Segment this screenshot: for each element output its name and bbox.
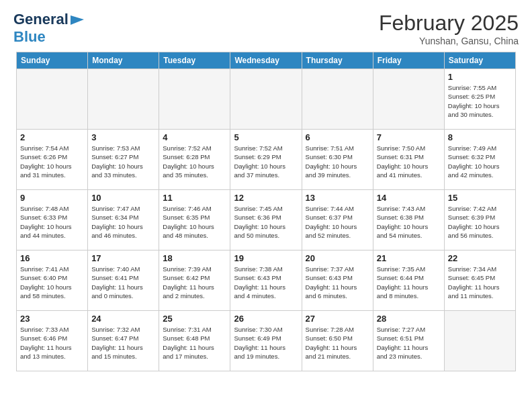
- empty-cell: [88, 69, 159, 130]
- day-info: Sunrise: 7:38 AM Sunset: 6:43 PM Dayligh…: [234, 265, 298, 300]
- day-header-monday: Monday: [88, 52, 159, 69]
- day-cell-16: 16Sunrise: 7:41 AM Sunset: 6:40 PM Dayli…: [17, 250, 88, 311]
- title-section: February 2025 Yunshan, Gansu, China: [379, 11, 519, 46]
- calendar-wrapper: SundayMondayTuesdayWednesdayThursdayFrid…: [0, 52, 532, 377]
- day-cell-11: 11Sunrise: 7:46 AM Sunset: 6:35 PM Dayli…: [159, 190, 230, 250]
- day-cell-9: 9Sunrise: 7:48 AM Sunset: 6:33 PM Daylig…: [17, 190, 88, 250]
- week-row-4: 16Sunrise: 7:41 AM Sunset: 6:40 PM Dayli…: [17, 250, 516, 311]
- day-cell-20: 20Sunrise: 7:37 AM Sunset: 6:43 PM Dayli…: [302, 250, 373, 311]
- day-number: 25: [163, 314, 226, 324]
- day-number: 27: [306, 314, 369, 324]
- day-number: 18: [163, 253, 226, 263]
- day-number: 12: [234, 193, 298, 203]
- day-number: 8: [448, 132, 512, 142]
- day-number: 20: [306, 253, 369, 263]
- day-number: 19: [234, 253, 298, 263]
- day-info: Sunrise: 7:32 AM Sunset: 6:47 PM Dayligh…: [91, 325, 155, 361]
- location: Yunshan, Gansu, China: [379, 36, 519, 46]
- day-cell-13: 13Sunrise: 7:44 AM Sunset: 6:37 PM Dayli…: [302, 190, 373, 250]
- day-header-saturday: Saturday: [444, 52, 515, 69]
- day-number: 14: [377, 193, 441, 203]
- day-info: Sunrise: 7:31 AM Sunset: 6:48 PM Dayligh…: [163, 325, 226, 361]
- day-number: 16: [20, 253, 84, 263]
- day-cell-28: 28Sunrise: 7:27 AM Sunset: 6:51 PM Dayli…: [373, 311, 444, 371]
- day-number: 9: [20, 193, 84, 203]
- day-info: Sunrise: 7:46 AM Sunset: 6:35 PM Dayligh…: [163, 204, 226, 240]
- day-cell-5: 5Sunrise: 7:52 AM Sunset: 6:29 PM Daylig…: [230, 130, 302, 190]
- week-row-2: 2Sunrise: 7:54 AM Sunset: 6:26 PM Daylig…: [17, 130, 516, 190]
- empty-cell: [159, 69, 230, 130]
- day-info: Sunrise: 7:34 AM Sunset: 6:45 PM Dayligh…: [448, 265, 512, 300]
- empty-cell: [444, 311, 515, 371]
- day-header-sunday: Sunday: [17, 52, 88, 69]
- logo-blue-text: Blue: [13, 28, 46, 45]
- day-info: Sunrise: 7:28 AM Sunset: 6:50 PM Dayligh…: [306, 325, 369, 361]
- day-number: 11: [163, 193, 226, 203]
- day-info: Sunrise: 7:42 AM Sunset: 6:39 PM Dayligh…: [448, 204, 512, 240]
- day-cell-25: 25Sunrise: 7:31 AM Sunset: 6:48 PM Dayli…: [159, 311, 230, 371]
- day-info: Sunrise: 7:51 AM Sunset: 6:30 PM Dayligh…: [306, 144, 369, 179]
- day-number: 26: [234, 314, 298, 324]
- day-header-tuesday: Tuesday: [159, 52, 230, 69]
- day-info: Sunrise: 7:33 AM Sunset: 6:46 PM Dayligh…: [20, 325, 84, 361]
- day-number: 28: [377, 314, 441, 324]
- day-cell-22: 22Sunrise: 7:34 AM Sunset: 6:45 PM Dayli…: [444, 250, 515, 311]
- logo-general-text: General: [13, 11, 69, 28]
- day-info: Sunrise: 7:52 AM Sunset: 6:29 PM Dayligh…: [234, 144, 298, 179]
- day-info: Sunrise: 7:48 AM Sunset: 6:33 PM Dayligh…: [20, 204, 84, 240]
- day-number: 5: [234, 132, 298, 142]
- day-cell-17: 17Sunrise: 7:40 AM Sunset: 6:41 PM Dayli…: [88, 250, 159, 311]
- empty-cell: [302, 69, 373, 130]
- day-info: Sunrise: 7:37 AM Sunset: 6:43 PM Dayligh…: [306, 265, 369, 300]
- empty-cell: [17, 69, 88, 130]
- day-header-thursday: Thursday: [302, 52, 373, 69]
- svg-marker-0: [71, 15, 84, 25]
- day-cell-12: 12Sunrise: 7:45 AM Sunset: 6:36 PM Dayli…: [230, 190, 302, 250]
- day-info: Sunrise: 7:40 AM Sunset: 6:41 PM Dayligh…: [91, 265, 155, 300]
- day-cell-23: 23Sunrise: 7:33 AM Sunset: 6:46 PM Dayli…: [17, 311, 88, 371]
- day-number: 24: [91, 314, 155, 324]
- day-cell-14: 14Sunrise: 7:43 AM Sunset: 6:38 PM Dayli…: [373, 190, 444, 250]
- day-number: 22: [448, 253, 512, 263]
- day-header-wednesday: Wednesday: [230, 52, 302, 69]
- day-info: Sunrise: 7:35 AM Sunset: 6:44 PM Dayligh…: [377, 265, 441, 300]
- day-info: Sunrise: 7:44 AM Sunset: 6:37 PM Dayligh…: [306, 204, 369, 240]
- day-info: Sunrise: 7:53 AM Sunset: 6:27 PM Dayligh…: [91, 144, 155, 179]
- day-number: 23: [20, 314, 84, 324]
- day-number: 10: [91, 193, 155, 203]
- day-info: Sunrise: 7:43 AM Sunset: 6:38 PM Dayligh…: [377, 204, 441, 240]
- day-cell-1: 1Sunrise: 7:55 AM Sunset: 6:25 PM Daylig…: [444, 69, 515, 130]
- day-info: Sunrise: 7:30 AM Sunset: 6:49 PM Dayligh…: [234, 325, 298, 361]
- day-cell-2: 2Sunrise: 7:54 AM Sunset: 6:26 PM Daylig…: [17, 130, 88, 190]
- day-number: 6: [306, 132, 369, 142]
- week-row-1: 1Sunrise: 7:55 AM Sunset: 6:25 PM Daylig…: [17, 69, 516, 130]
- day-info: Sunrise: 7:47 AM Sunset: 6:34 PM Dayligh…: [91, 204, 155, 240]
- day-cell-3: 3Sunrise: 7:53 AM Sunset: 6:27 PM Daylig…: [88, 130, 159, 190]
- day-cell-21: 21Sunrise: 7:35 AM Sunset: 6:44 PM Dayli…: [373, 250, 444, 311]
- day-info: Sunrise: 7:52 AM Sunset: 6:28 PM Dayligh…: [163, 144, 226, 179]
- day-number: 15: [448, 193, 512, 203]
- day-cell-27: 27Sunrise: 7:28 AM Sunset: 6:50 PM Dayli…: [302, 311, 373, 371]
- page-header: General Blue February 2025 Yunshan, Gans…: [0, 0, 532, 52]
- day-cell-7: 7Sunrise: 7:50 AM Sunset: 6:31 PM Daylig…: [373, 130, 444, 190]
- day-header-friday: Friday: [373, 52, 444, 69]
- day-info: Sunrise: 7:49 AM Sunset: 6:32 PM Dayligh…: [448, 144, 512, 179]
- day-cell-4: 4Sunrise: 7:52 AM Sunset: 6:28 PM Daylig…: [159, 130, 230, 190]
- week-row-3: 9Sunrise: 7:48 AM Sunset: 6:33 PM Daylig…: [17, 190, 516, 250]
- day-number: 21: [377, 253, 441, 263]
- day-cell-26: 26Sunrise: 7:30 AM Sunset: 6:49 PM Dayli…: [230, 311, 302, 371]
- day-cell-19: 19Sunrise: 7:38 AM Sunset: 6:43 PM Dayli…: [230, 250, 302, 311]
- day-info: Sunrise: 7:55 AM Sunset: 6:25 PM Dayligh…: [448, 83, 512, 119]
- day-cell-18: 18Sunrise: 7:39 AM Sunset: 6:42 PM Dayli…: [159, 250, 230, 311]
- day-number: 1: [448, 72, 512, 82]
- empty-cell: [230, 69, 302, 130]
- day-cell-6: 6Sunrise: 7:51 AM Sunset: 6:30 PM Daylig…: [302, 130, 373, 190]
- empty-cell: [373, 69, 444, 130]
- month-title: February 2025: [379, 11, 519, 36]
- day-info: Sunrise: 7:54 AM Sunset: 6:26 PM Dayligh…: [20, 144, 84, 179]
- day-info: Sunrise: 7:27 AM Sunset: 6:51 PM Dayligh…: [377, 325, 441, 361]
- day-cell-10: 10Sunrise: 7:47 AM Sunset: 6:34 PM Dayli…: [88, 190, 159, 250]
- day-number: 13: [306, 193, 369, 203]
- calendar-table: SundayMondayTuesdayWednesdayThursdayFrid…: [16, 52, 516, 371]
- day-number: 4: [163, 132, 226, 142]
